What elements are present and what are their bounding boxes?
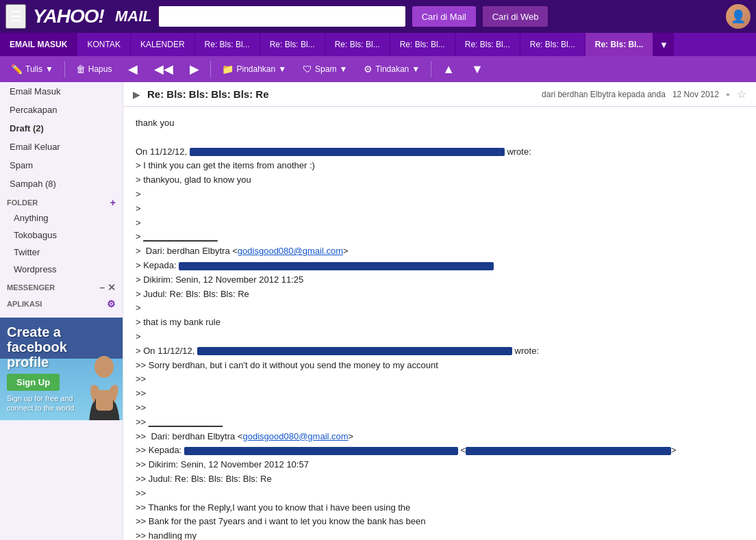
email-line-29: >> handling my bbox=[136, 529, 744, 540]
tab-more-button[interactable]: ▼ bbox=[653, 33, 674, 56]
email-date: 12 Nov 2012 bbox=[672, 90, 719, 99]
tab-kalender[interactable]: KALENDER bbox=[131, 33, 195, 56]
facebook-ad-subtext: Sign up for free and connect to the worl… bbox=[7, 394, 77, 413]
sidebar-item-trash[interactable]: Sampah (8) bbox=[0, 175, 123, 193]
email-line-28: >> Bank for the past 7years and i want t… bbox=[136, 515, 744, 529]
email-line-21: >> _______________ bbox=[136, 415, 744, 430]
tab-6[interactable]: Re: Bls: Bl... bbox=[520, 33, 585, 56]
compose-button[interactable]: ✏️ Tulis ▼ bbox=[4, 61, 60, 77]
email-line-27: >> Thanks for the Reply,I want you to kn… bbox=[136, 501, 744, 515]
reply-button[interactable]: ◀ bbox=[121, 59, 144, 79]
email-read-dot[interactable]: ● bbox=[726, 90, 730, 98]
search-input[interactable] bbox=[159, 6, 405, 27]
actions-dropdown-icon: ▼ bbox=[412, 64, 420, 74]
move-button[interactable]: 📁 Pindahkan ▼ bbox=[215, 61, 293, 77]
email-line-1: thank you bbox=[136, 116, 744, 131]
sidebar-item-sent[interactable]: Email Keluar bbox=[0, 138, 123, 156]
email-line-12: > Judul: Re: Bls: Bls: Bls: Re bbox=[136, 287, 744, 302]
messenger-section-header: MESSENGER – ✕ bbox=[0, 278, 123, 294]
add-folder-icon[interactable]: + bbox=[110, 197, 116, 208]
search-mail-button[interactable]: Cari di Mail bbox=[412, 6, 476, 27]
separator-3 bbox=[431, 61, 431, 77]
move-icon: 📁 bbox=[222, 64, 234, 75]
email-body: thank you On 11/12/12, wrote: > I think … bbox=[123, 107, 756, 540]
menu-button[interactable]: ☰ bbox=[5, 4, 26, 29]
tab-email-masuk[interactable]: EMAIL MASUK bbox=[0, 33, 77, 56]
email-line-14: > that is my bank rule bbox=[136, 316, 744, 330]
tab-4[interactable]: Re: Bls: Bl... bbox=[390, 33, 455, 56]
email-line-5: > bbox=[136, 188, 744, 202]
forward-button[interactable]: ▶ bbox=[183, 59, 206, 79]
email-subject: Re: Bls: Bls: Bls: Bls: Re bbox=[147, 88, 535, 100]
spam-dropdown-icon: ▼ bbox=[339, 64, 347, 74]
gear-icon: ⚙ bbox=[364, 64, 373, 75]
folder-section-header: FOLDER + bbox=[0, 193, 123, 209]
email-expand-icon[interactable]: ▶ bbox=[133, 89, 140, 100]
email-line-17: >> Sorry berdhan, but i can't do it with… bbox=[136, 359, 744, 373]
sidebar-folder-anything[interactable]: Anything bbox=[0, 209, 123, 227]
sidebar-item-conversations[interactable]: Percakapan bbox=[0, 101, 123, 119]
email-line-11: > Dikirim: Senin, 12 November 2012 11:25 bbox=[136, 273, 744, 287]
actions-button[interactable]: ⚙ Tindakan ▼ bbox=[357, 61, 427, 77]
email-content-area: ▶ Re: Bls: Bls: Bls: Bls: Re dari berdha… bbox=[123, 82, 756, 540]
svg-rect-1 bbox=[96, 390, 113, 411]
email-line-22: >> Dari: berdhan Elbytra <godisgood080@g… bbox=[136, 430, 744, 444]
compose-dropdown-icon: ▼ bbox=[45, 64, 53, 74]
delete-button[interactable]: 🗑 Hapus bbox=[69, 61, 119, 77]
next-email-button[interactable]: ▼ bbox=[464, 60, 490, 79]
avatar[interactable]: 👤 bbox=[726, 4, 751, 29]
gmail-link-2[interactable]: godisgood080@gmail.com bbox=[242, 431, 348, 441]
search-web-button[interactable]: Cari di Web bbox=[483, 6, 549, 27]
sidebar-item-drafts[interactable]: Draft (2) bbox=[0, 119, 123, 138]
sidebar-item-spam[interactable]: Spam bbox=[0, 156, 123, 175]
email-line-15: > bbox=[136, 330, 744, 344]
yahoo-mail-label: MAIL bbox=[115, 8, 152, 25]
email-line-18: >> bbox=[136, 372, 744, 387]
apps-gear-icon[interactable]: ⚙ bbox=[107, 298, 116, 309]
tab-7-active[interactable]: Re: Bls: Bl... bbox=[585, 33, 654, 56]
tab-kontak[interactable]: KONTAK bbox=[77, 33, 130, 56]
tab-1[interactable]: Re: Bls: Bl... bbox=[195, 33, 260, 56]
email-line-20: >> bbox=[136, 401, 744, 415]
apps-section-header: APLIKASI ⚙ bbox=[0, 294, 123, 311]
separator-2 bbox=[210, 61, 211, 77]
email-line-19: >> bbox=[136, 387, 744, 401]
tab-3[interactable]: Re: Bls: Bl... bbox=[325, 33, 390, 56]
email-line-23: >> Kepada: <> bbox=[136, 443, 744, 458]
prev-email-button[interactable]: ▲ bbox=[436, 60, 462, 79]
email-line-10: > Kepada: bbox=[136, 259, 744, 273]
email-line-9: > Dari: berdhan Elbytra <godisgood080@gm… bbox=[136, 244, 744, 259]
sidebar-folder-wordpress[interactable]: Wordpress bbox=[0, 261, 123, 278]
email-line-16: > On 11/12/12, wrote: bbox=[136, 344, 744, 359]
svg-point-0 bbox=[94, 356, 114, 378]
email-line-8: > _______________ bbox=[136, 230, 744, 244]
yahoo-logo: YAHOO! bbox=[33, 5, 104, 27]
messenger-icons[interactable]: – ✕ bbox=[99, 282, 116, 293]
move-dropdown-icon: ▼ bbox=[278, 64, 286, 74]
spam-button[interactable]: 🛡 Spam ▼ bbox=[296, 61, 354, 77]
tab-5[interactable]: Re: Bls: Bl... bbox=[455, 33, 520, 56]
tab-2[interactable]: Re: Bls: Bl... bbox=[260, 33, 325, 56]
gmail-link-1[interactable]: godisgood080@gmail.com bbox=[238, 246, 343, 256]
spam-icon: 🛡 bbox=[303, 64, 312, 75]
sidebar-item-inbox[interactable]: Email Masuk bbox=[0, 82, 123, 101]
facebook-ad-person bbox=[86, 352, 123, 420]
reply-all-button[interactable]: ◀◀ bbox=[147, 59, 180, 79]
email-line-25: >> Judul: Re: Bls: Bls: Bls: Bls: Re bbox=[136, 472, 744, 487]
action-toolbar: ✏️ Tulis ▼ 🗑 Hapus ◀ ◀◀ ▶ 📁 Pindahkan ▼ … bbox=[0, 56, 756, 82]
email-line-2: On 11/12/12, wrote: bbox=[136, 145, 744, 159]
main-layout: Email Masuk Percakapan Draft (2) Email K… bbox=[0, 82, 756, 540]
sidebar-folder-twitter[interactable]: Twitter bbox=[0, 244, 123, 261]
email-from: dari berdhan Elbytra kepada anda bbox=[542, 90, 666, 99]
email-line-6: > bbox=[136, 202, 744, 216]
sidebar: Email Masuk Percakapan Draft (2) Email K… bbox=[0, 82, 123, 540]
email-header: ▶ Re: Bls: Bls: Bls: Bls: Re dari berdha… bbox=[123, 82, 756, 107]
compose-icon: ✏️ bbox=[11, 64, 23, 75]
email-line-7: > bbox=[136, 216, 744, 231]
tab-bar: EMAIL MASUK KONTAK KALENDER Re: Bls: Bl.… bbox=[0, 33, 756, 56]
email-star-button[interactable]: ☆ bbox=[737, 88, 746, 101]
sidebar-folder-tokobagus[interactable]: Tokobagus bbox=[0, 227, 123, 244]
facebook-signup-button[interactable]: Sign Up bbox=[7, 374, 60, 391]
facebook-ad-text: Create a facebook profile bbox=[7, 324, 67, 370]
facebook-ad-panel[interactable]: Create a facebook profile Sign Up Sign u… bbox=[0, 318, 123, 420]
